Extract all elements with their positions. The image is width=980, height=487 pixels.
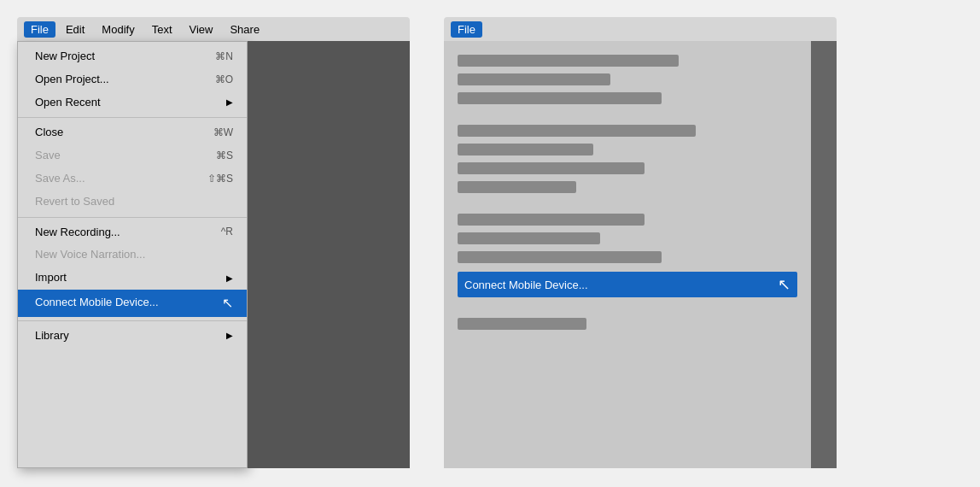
menu-section-1: New Project ⌘N Open Project... ⌘O Open R… — [18, 42, 247, 118]
menu-item-shortcut: ⇧⌘S — [207, 171, 233, 187]
menu-item-label: Open Project... — [35, 71, 109, 89]
menu-item-label: Open Recent — [35, 94, 101, 112]
placeholder-bar — [458, 251, 662, 263]
menu-item-label: Import — [35, 269, 67, 287]
menu-save-as[interactable]: Save As... ⇧⌘S — [18, 167, 247, 191]
menu-section-2: Close ⌘W Save ⌘S Save As... ⇧⌘S Revert t… — [18, 118, 247, 217]
placeholder-bar — [458, 92, 662, 104]
spacer — [458, 200, 797, 207]
file-menu-dropdown: New Project ⌘N Open Project... ⌘O Open R… — [17, 41, 248, 468]
menu-item-shortcut: ^R — [221, 224, 233, 240]
menu-save[interactable]: Save ⌘S — [18, 144, 247, 167]
menu-item-label: Revert to Saved — [35, 193, 114, 211]
menu-revert[interactable]: Revert to Saved — [18, 191, 247, 214]
menu-view[interactable]: View — [183, 21, 220, 38]
menu-share[interactable]: Share — [223, 21, 266, 38]
menu-import[interactable]: Import — [18, 267, 247, 290]
placeholder-bar — [458, 214, 645, 226]
menu-item-shortcut: ⌘W — [213, 125, 233, 141]
menu-item-label: Library — [35, 327, 69, 345]
menu-modify[interactable]: Modify — [95, 21, 141, 38]
placeholder-bar — [458, 181, 576, 193]
menu-section-3: New Recording... ^R New Voice Narration.… — [18, 218, 247, 321]
menu-new-voice[interactable]: New Voice Narration... — [18, 244, 247, 267]
menu-new-project[interactable]: New Project ⌘N — [18, 45, 247, 68]
menu-close[interactable]: Close ⌘W — [18, 121, 247, 144]
menu-item-label: Save — [35, 147, 61, 165]
placeholder-bar — [458, 144, 593, 155]
cursor-icon: ↖ — [222, 292, 233, 314]
menu-item-shortcut: ⌘S — [216, 148, 233, 164]
right-scrollbar[interactable] — [811, 41, 837, 468]
menu-open-project[interactable]: Open Project... ⌘O — [18, 68, 247, 91]
menu-item-label: New Voice Narration... — [35, 246, 145, 264]
right-menubar[interactable]: File — [444, 17, 837, 41]
right-main-content: Connect Mobile Device... ↖ — [444, 41, 811, 468]
menu-item-label: Save As... — [35, 170, 85, 188]
placeholder-bar — [458, 162, 645, 174]
menu-text[interactable]: Text — [145, 21, 179, 38]
menu-open-recent[interactable]: Open Recent — [18, 91, 247, 114]
menu-file[interactable]: File — [24, 21, 55, 38]
placeholder-bar — [458, 55, 679, 67]
menu-item-shortcut: ⌘N — [215, 49, 233, 65]
highlighted-item-label: Connect Mobile Device... — [464, 279, 588, 291]
placeholder-bar — [458, 318, 586, 330]
placeholder-bar — [458, 232, 600, 244]
left-menubar[interactable]: File Edit Modify Text View Share — [17, 17, 410, 41]
placeholder-bar — [458, 73, 610, 85]
left-dark-area — [248, 41, 410, 468]
menu-edit[interactable]: Edit — [59, 21, 91, 38]
placeholder-bar — [458, 125, 696, 137]
menu-item-label: New Recording... — [35, 224, 120, 242]
spacer — [458, 111, 797, 118]
menu-new-recording[interactable]: New Recording... ^R — [18, 221, 247, 244]
menu-section-4: Library — [18, 321, 247, 351]
right-body: Connect Mobile Device... ↖ — [444, 41, 837, 468]
menu-item-label: Connect Mobile Device... — [35, 294, 159, 312]
menu-library[interactable]: Library — [18, 325, 247, 348]
spacer — [458, 304, 797, 311]
highlighted-menu-item[interactable]: Connect Mobile Device... ↖ — [458, 272, 797, 297]
menu-connect-mobile[interactable]: Connect Mobile Device... ↖ — [18, 290, 247, 317]
menu-item-label: Close — [35, 124, 63, 142]
menu-item-label: New Project — [35, 48, 95, 66]
right-menu-file[interactable]: File — [451, 21, 482, 38]
cursor-icon: ↖ — [778, 275, 790, 294]
menu-item-shortcut: ⌘O — [215, 72, 233, 88]
